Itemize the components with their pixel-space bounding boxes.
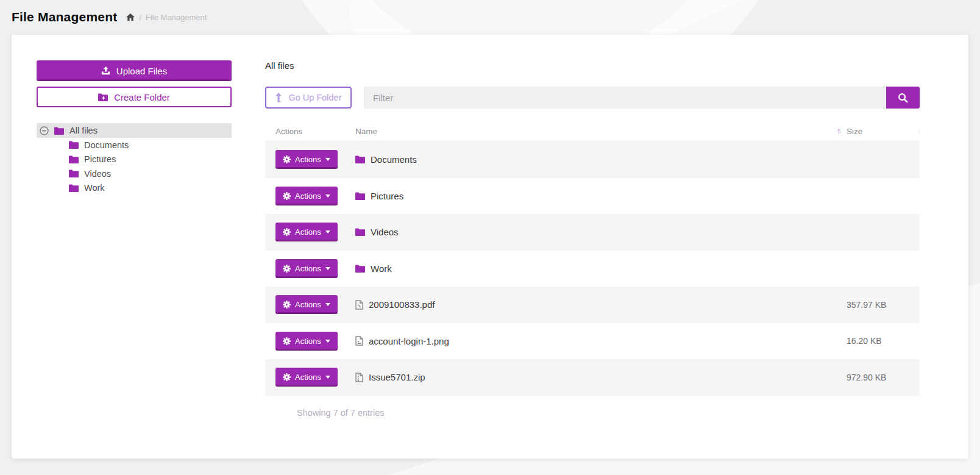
- column-header-size[interactable]: Size ↑↓: [847, 127, 920, 136]
- tree-children: Documents Pictures Videos Work: [37, 138, 232, 195]
- file-name: account-login-1.png: [369, 336, 449, 346]
- tree-item-label: Work: [84, 183, 105, 193]
- gear-icon: [283, 155, 291, 163]
- column-header-size-label: Size: [847, 127, 862, 136]
- tree-item-label: Pictures: [84, 154, 116, 164]
- file-name: Work: [371, 263, 392, 274]
- gear-icon: [283, 337, 291, 345]
- name-cell[interactable]: 2009100833.pdf: [355, 299, 847, 310]
- size-cell: 357.97 KB: [847, 300, 920, 310]
- caret-down-icon: [325, 230, 330, 234]
- sort-icon-name[interactable]: ↑↓: [837, 127, 840, 135]
- image-file-icon: [355, 336, 363, 346]
- gear-icon: [283, 301, 291, 309]
- folder-icon: [355, 265, 365, 273]
- actions-cell: Actions: [265, 332, 355, 351]
- table-row: Actions 2009100833.pdf 357.97 KB: [265, 287, 920, 323]
- row-actions-button[interactable]: Actions: [275, 295, 338, 314]
- folder-icon: [69, 184, 79, 192]
- actions-cell: Actions: [265, 295, 355, 314]
- minus-circle-icon[interactable]: [40, 126, 49, 135]
- row-actions-label: Actions: [295, 155, 321, 164]
- file-name: Documents: [371, 154, 417, 165]
- name-cell[interactable]: Work: [355, 263, 847, 274]
- row-actions-button[interactable]: Actions: [275, 223, 338, 241]
- go-up-folder-button[interactable]: Go Up Folder: [265, 87, 352, 109]
- sort-icon-size[interactable]: ↑↓: [916, 127, 920, 135]
- size-cell: 972.90 KB: [847, 373, 920, 382]
- actions-cell: Actions: [265, 223, 355, 241]
- entries-count: Showing 7 of 7 entries: [265, 408, 920, 418]
- tree-item-all-files[interactable]: All files: [37, 123, 232, 138]
- column-header-name-label: Name: [355, 127, 377, 136]
- current-folder-label: All files: [265, 60, 920, 71]
- tree-item[interactable]: Documents: [37, 138, 232, 152]
- create-folder-button[interactable]: Create Folder: [37, 87, 232, 107]
- size-cell: 16.20 KB: [847, 336, 920, 346]
- name-cell[interactable]: Documents: [355, 154, 847, 165]
- caret-down-icon: [325, 195, 330, 198]
- page-header: File Management / File Management: [12, 10, 207, 24]
- name-cell[interactable]: Videos: [355, 227, 847, 237]
- table-header: Actions Name ↑↓ Size ↑↓: [265, 121, 920, 141]
- tree-item-label: All files: [69, 126, 98, 135]
- file-name: Pictures: [371, 191, 403, 201]
- controls-row: Go Up Folder: [265, 87, 920, 109]
- table-body: Actions Documents: [265, 141, 920, 396]
- row-actions-label: Actions: [295, 373, 321, 382]
- caret-down-icon: [325, 267, 330, 270]
- column-header-name[interactable]: Name ↑↓: [355, 127, 847, 136]
- name-cell[interactable]: Pictures: [355, 191, 847, 201]
- file-name: 2009100833.pdf: [369, 299, 435, 310]
- actions-cell: Actions: [265, 187, 355, 205]
- row-actions-button[interactable]: Actions: [275, 187, 338, 205]
- folder-plus-icon: [98, 93, 108, 101]
- tree-item[interactable]: Pictures: [37, 152, 232, 167]
- tree-item-label: Videos: [84, 169, 111, 179]
- actions-cell: Actions: [265, 259, 355, 278]
- row-actions-button[interactable]: Actions: [275, 150, 338, 169]
- tree-item[interactable]: Videos: [37, 166, 232, 181]
- caret-down-icon: [325, 340, 330, 343]
- create-folder-label: Create Folder: [114, 92, 170, 102]
- name-cell[interactable]: Issue5701.zip: [355, 372, 847, 382]
- folder-icon: [355, 155, 365, 163]
- actions-cell: Actions: [265, 368, 355, 387]
- tree-item-label: Documents: [84, 140, 129, 150]
- caret-down-icon: [325, 376, 330, 379]
- upload-files-button[interactable]: Upload Files: [37, 60, 232, 81]
- row-actions-button[interactable]: Actions: [275, 259, 338, 278]
- row-actions-button[interactable]: Actions: [275, 368, 338, 387]
- table-row: Actions Documents: [265, 141, 920, 178]
- table-row: Actions Pictures: [265, 178, 920, 215]
- filter-input[interactable]: [364, 87, 886, 109]
- home-icon[interactable]: [126, 13, 135, 21]
- folder-icon: [69, 141, 79, 149]
- folder-icon: [54, 127, 64, 135]
- search-button[interactable]: [886, 87, 920, 109]
- name-cell[interactable]: account-login-1.png: [355, 336, 847, 346]
- page-title: File Management: [12, 10, 117, 24]
- row-actions-label: Actions: [295, 337, 321, 346]
- row-actions-label: Actions: [295, 300, 321, 309]
- pdf-file-icon: [355, 300, 363, 310]
- filter-group: [364, 87, 920, 109]
- gear-icon: [283, 192, 291, 200]
- row-actions-label: Actions: [295, 191, 321, 201]
- tree-item[interactable]: Work: [37, 181, 232, 196]
- main-panel: All files Go Up Folder Actions: [265, 60, 920, 459]
- file-name: Videos: [371, 227, 399, 237]
- folder-icon: [355, 192, 365, 200]
- row-actions-label: Actions: [295, 264, 321, 273]
- row-actions-button[interactable]: Actions: [275, 332, 338, 351]
- gear-icon: [283, 265, 291, 273]
- row-actions-label: Actions: [295, 227, 321, 237]
- arrow-up-icon: [275, 93, 282, 102]
- upload-icon: [101, 66, 110, 76]
- breadcrumb-separator: /: [139, 13, 141, 22]
- table-row: Actions account-login-1.png 16.20 KB: [265, 323, 920, 360]
- gear-icon: [283, 228, 291, 236]
- caret-down-icon: [325, 303, 330, 306]
- upload-files-label: Upload Files: [116, 66, 167, 76]
- breadcrumb: / File Management: [126, 13, 207, 22]
